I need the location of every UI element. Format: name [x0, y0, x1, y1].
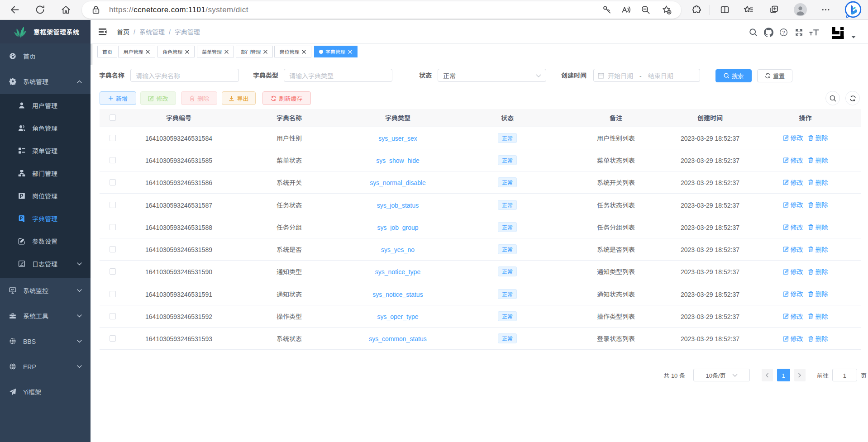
svg-text:?: ?: [782, 30, 785, 35]
